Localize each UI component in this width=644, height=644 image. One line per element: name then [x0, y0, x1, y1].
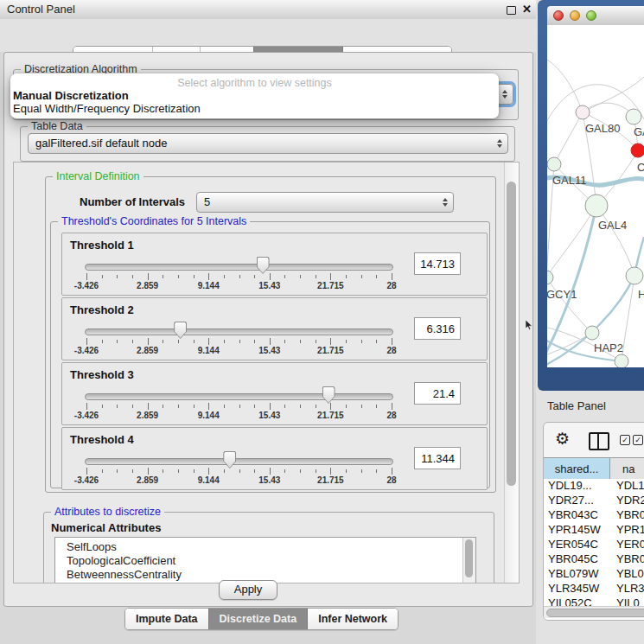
tick-label: 2.859: [137, 475, 158, 485]
table-data-group: Table Data galFiltered.sif default node: [20, 126, 515, 162]
table-body: YDL19...YDL1YDR27...YDR2YBR043CYBR0YPR14…: [544, 479, 644, 620]
column-header-shared-name[interactable]: shared...: [544, 458, 610, 479]
list-item[interactable]: TopologicalCoefficient: [55, 554, 475, 568]
slider-ticks: [86, 337, 392, 346]
table-row[interactable]: YLR345WYLR3: [544, 582, 644, 596]
gear-icon[interactable]: ⚙: [555, 429, 570, 449]
table-row[interactable]: YBL079WYBL0: [544, 567, 644, 582]
tick-label: -3.426: [74, 475, 99, 485]
node-h[interactable]: [626, 267, 643, 284]
table-row[interactable]: YDL19...YDL1: [544, 479, 644, 494]
horizontal-scrollbar[interactable]: [544, 606, 644, 618]
threshold-slider[interactable]: -3.4262.8599.14415.4321.71528: [85, 321, 393, 357]
table-data-combobox[interactable]: galFiltered.sif default node: [28, 133, 508, 154]
node-gal4[interactable]: [585, 194, 608, 217]
checkbox-icon[interactable]: ✓: [620, 435, 630, 445]
dropdown-option-manual-discretization[interactable]: Manual Discretization: [13, 89, 129, 102]
tab-impute-data[interactable]: Impute Data: [125, 609, 208, 629]
node-partial-g[interactable]: [626, 109, 641, 124]
table-cell: YER0: [610, 538, 644, 552]
group-label: Interval Definition: [53, 170, 143, 182]
tick-label: 9.144: [198, 281, 220, 290]
tick-label: 15.43: [258, 281, 280, 290]
scrollbar-thumb[interactable]: [546, 609, 644, 617]
algorithm-dropdown: Select algorithm to view settings Manual…: [10, 73, 499, 118]
table-cell: YBR0: [610, 552, 644, 567]
threshold-value-field[interactable]: 21.4: [414, 382, 461, 405]
table-row[interactable]: YPR145WYPR1: [544, 523, 644, 538]
nodes: [547, 105, 644, 367]
number-of-intervals-combobox[interactable]: 5: [196, 192, 454, 213]
column-view-icon[interactable]: [589, 432, 609, 450]
minimize-traffic-light-icon[interactable]: [570, 10, 580, 21]
node-gal80[interactable]: [576, 105, 590, 119]
table-cell: YBR0: [610, 508, 644, 523]
right-column: GAL80 GA C GAL11 GAL4 GCY1 H HAP2 Table …: [536, 0, 644, 644]
slider-thumb[interactable]: [174, 322, 187, 339]
tab-discretize-data[interactable]: Discretize Data: [208, 609, 308, 629]
apply-button[interactable]: Apply: [219, 580, 277, 600]
number-of-intervals-label: Number of Intervals: [80, 195, 185, 208]
zoom-traffic-light-icon[interactable]: [586, 10, 596, 21]
tick-label: -3.426: [74, 281, 99, 290]
network-window: GAL80 GA C GAL11 GAL4 GCY1 H HAP2: [538, 0, 644, 391]
table-row[interactable]: YBR043CYBR0: [544, 508, 644, 523]
panel-scrollbar[interactable]: [504, 163, 519, 583]
network-canvas[interactable]: GAL80 GA C GAL11 GAL4 GCY1 H HAP2: [547, 25, 644, 367]
table-row[interactable]: YER054CYER0: [544, 538, 644, 552]
slider-thumb[interactable]: [223, 451, 236, 469]
tab-label: Impute Data: [136, 613, 198, 625]
slider-thumb[interactable]: [322, 386, 335, 404]
table-cell: YER054C: [544, 538, 610, 552]
threshold-value-field[interactable]: 11.344: [414, 447, 461, 469]
column-header-name[interactable]: na: [610, 458, 644, 479]
threshold-title: Threshold 3: [70, 368, 134, 381]
slider-ticks: [86, 272, 392, 281]
close-icon[interactable]: ✕: [522, 3, 532, 16]
table-row[interactable]: YBR045CYBR0: [544, 552, 644, 567]
scrollbar-thumb[interactable]: [465, 539, 473, 577]
threshold-title: Threshold 4: [70, 433, 134, 446]
threshold-slider[interactable]: -3.4262.8599.14415.4321.71528: [85, 450, 393, 487]
bottom-tabs: Impute DataDiscretize DataInfer Network: [124, 608, 399, 630]
node-gcy1[interactable]: [547, 271, 553, 284]
network-window-titlebar[interactable]: [547, 6, 644, 26]
tick-label: 9.144: [198, 346, 220, 355]
table-cell: YDR2: [610, 494, 644, 508]
slider-thumb[interactable]: [257, 257, 270, 274]
combo-arrows-icon: [443, 198, 448, 207]
checkbox-icon[interactable]: ✓: [633, 435, 643, 445]
combo-arrows-icon: [497, 139, 502, 148]
tick-label: 9.144: [198, 475, 220, 485]
tick-label: -3.426: [74, 346, 99, 355]
threshold-slider[interactable]: -3.4262.8599.14415.4321.71528: [85, 386, 393, 422]
node-label: GAL11: [552, 174, 587, 187]
threshold-value-field[interactable]: 6.316: [414, 317, 461, 340]
screen: Control Panel ✕ NetworkStyleSelectCyni T…: [0, 0, 644, 644]
scrollbar-thumb[interactable]: [507, 182, 516, 486]
node-partial-bottom[interactable]: [615, 354, 628, 367]
tab-infer-network[interactable]: Infer Network: [307, 609, 398, 629]
tick-label: 28: [386, 411, 396, 420]
slider-ticks: [86, 467, 392, 475]
table-row[interactable]: YDR27...YDR2: [544, 494, 644, 508]
threshold-value-field[interactable]: 14.713: [414, 252, 461, 275]
table-cell: YBR043C: [544, 508, 610, 523]
threshold-box-4: Threshold 4-3.4262.8599.14415.4321.71528…: [61, 427, 488, 490]
table-cell: YPR1: [610, 523, 644, 538]
table-cell: YDR27...: [544, 494, 610, 508]
threshold-slider[interactable]: -3.4262.8599.14415.4321.71528: [85, 256, 393, 292]
node-red[interactable]: [631, 143, 644, 157]
close-traffic-light-icon[interactable]: [553, 10, 564, 21]
combo-arrows-icon: [502, 90, 507, 99]
list-item[interactable]: SelfLoops: [55, 540, 475, 554]
node-hap2[interactable]: [585, 326, 599, 340]
float-window-icon[interactable]: [507, 6, 516, 15]
interval-definition-group: Interval Definition Number of Intervals …: [45, 176, 496, 493]
list-scrollbar[interactable]: [462, 538, 475, 583]
numerical-attributes-list[interactable]: SelfLoopsTopologicalCoefficientBetweenne…: [54, 537, 476, 583]
node-gal11[interactable]: [547, 157, 561, 171]
dropdown-option-equal-width-frequency-discretization[interactable]: Equal Width/Frequency Discretization: [13, 102, 201, 115]
threshold-box-1: Threshold 1-3.4262.8599.14415.4321.71528…: [61, 233, 488, 296]
slider-track: [85, 328, 393, 335]
